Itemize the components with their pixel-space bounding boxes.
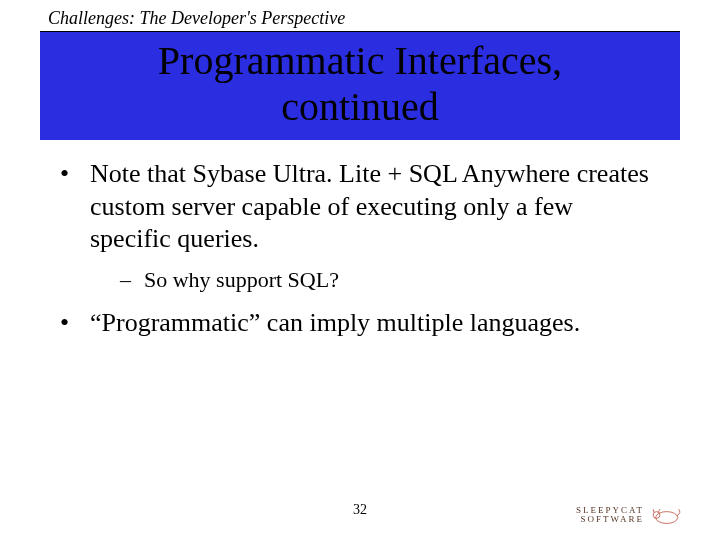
logo-text: SLEEPYCAT SOFTWARE: [576, 506, 644, 525]
bullet-2: • “Programmatic” can imply multiple lang…: [60, 307, 660, 340]
bullet-1-sub-text: So why support SQL?: [144, 266, 339, 294]
section-header: Challenges: The Developer's Perspective: [0, 0, 720, 31]
slide-title-line1: Programmatic Interfaces,: [40, 38, 680, 84]
bullet-1-text: Note that Sybase Ultra. Lite + SQL Anywh…: [90, 158, 660, 256]
slide-title-line2: continued: [40, 84, 680, 130]
bullet-1-sub: – So why support SQL?: [120, 266, 660, 294]
title-band: Programmatic Interfaces, continued: [40, 32, 680, 140]
logo-line2: SOFTWARE: [576, 515, 644, 524]
bullet-dot-icon: •: [60, 307, 90, 340]
bullet-dash-icon: –: [120, 266, 144, 294]
cat-icon: [648, 504, 682, 526]
bullet-1: • Note that Sybase Ultra. Lite + SQL Any…: [60, 158, 660, 256]
bullet-2-text: “Programmatic” can imply multiple langua…: [90, 307, 660, 340]
content-area: • Note that Sybase Ultra. Lite + SQL Any…: [0, 140, 720, 340]
footer-logo: SLEEPYCAT SOFTWARE: [576, 504, 682, 526]
bullet-dot-icon: •: [60, 158, 90, 256]
